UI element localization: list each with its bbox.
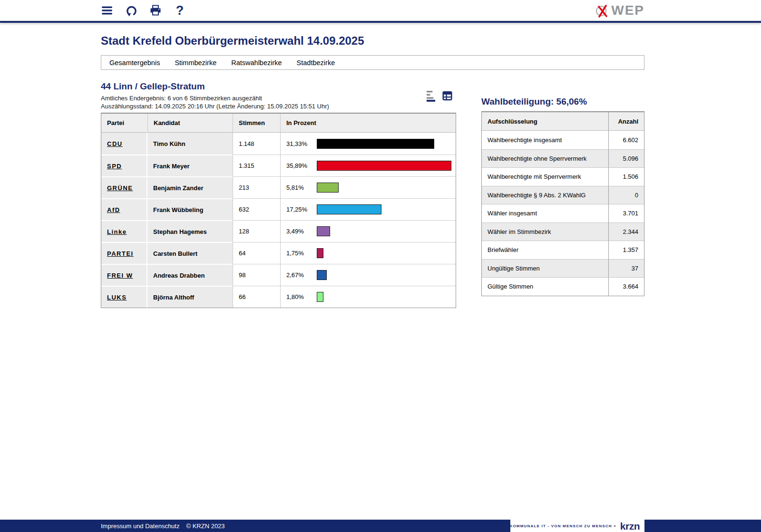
percent-bar xyxy=(317,270,327,280)
col-header-anzahl: Anzahl xyxy=(608,112,644,131)
candidate-name: Stephan Hagemes xyxy=(153,228,207,235)
percent-value: 31,33% xyxy=(286,140,317,147)
results-header-row: Partei Kandidat Stimmen In Prozent xyxy=(101,114,456,133)
footer: Impressum und Datenschutz © KRZN 2023 » … xyxy=(0,520,761,532)
results-panel: 44 Linn / Gellep-Stratum Amtliches Ender… xyxy=(101,70,456,308)
percent-value: 3,49% xyxy=(286,228,317,235)
table-view-icon[interactable] xyxy=(442,90,452,101)
percent-value: 1,80% xyxy=(286,293,317,300)
candidate-name: Björna Althoff xyxy=(153,294,194,301)
turnout-table: Aufschlüsselung Anzahl Wahlberechtigte i… xyxy=(481,111,644,296)
percent-value: 35,89% xyxy=(286,162,317,169)
party-link[interactable]: CDU xyxy=(107,140,123,147)
view-toggles xyxy=(425,90,452,101)
votes-value: 1.315 xyxy=(233,155,280,176)
turnout-row: Ungültige Stimmen37 xyxy=(482,259,644,278)
party-link[interactable]: FREI W xyxy=(107,272,133,279)
percent-bar xyxy=(317,204,381,214)
turnout-row: Briefwähler1.357 xyxy=(482,241,644,259)
result-row-AfD: AfDFrank Wübbeling63217,25% xyxy=(101,198,456,220)
tab-stimmbezirke[interactable]: Stimmbezirke xyxy=(175,59,216,67)
turnout-row: Wahlberechtigte § 9 Abs. 2 KWahlG0 xyxy=(482,186,644,204)
candidate-name: Benjamin Zander xyxy=(153,184,203,192)
turnout-label: Briefwähler xyxy=(482,241,608,259)
tab-bar: GesamtergebnisStimmbezirkeRatswahlbezirk… xyxy=(101,55,644,70)
result-row-Linke: LinkeStephan Hagemes1283,49% xyxy=(101,220,456,242)
tab-gesamtergebnis[interactable]: Gesamtergebnis xyxy=(109,59,160,67)
turnout-row: Wähler insgesamt3.701 xyxy=(482,204,644,222)
percent-value: 5,81% xyxy=(286,184,317,191)
print-icon[interactable] xyxy=(149,4,162,17)
turnout-value: 5.096 xyxy=(608,149,644,168)
reload-icon[interactable] xyxy=(125,4,137,17)
result-row-GRÜNE: GRÜNEBenjamin Zander2135,81% xyxy=(101,176,456,198)
turnout-row: Wahlberechtigte insgesamt6.602 xyxy=(482,131,644,149)
turnout-heading: Wahlbeteiligung: 56,06% xyxy=(481,97,644,107)
turnout-label: Wahlberechtigte mit Sperrvermerk xyxy=(482,167,608,186)
col-header-prozent: In Prozent xyxy=(280,114,456,133)
percent-bar xyxy=(317,248,323,258)
result-row-FREI W: FREI WAndreas Drabben982,67% xyxy=(101,264,456,286)
percent-bar xyxy=(317,292,323,302)
turnout-row: Wahlberechtigte ohne Sperrvermerk5.096 xyxy=(482,149,644,168)
tab-ratswahlbezirke[interactable]: Ratswahlbezirke xyxy=(231,59,282,67)
candidate-name: Carsten Bullert xyxy=(153,250,197,257)
result-row-CDU: CDUTimo Kühn1.14831,33% xyxy=(101,133,456,155)
result-row-LUKS: LUKSBjörna Althoff661,80% xyxy=(101,286,456,308)
turnout-value: 37 xyxy=(608,259,644,278)
turnout-label: Wahlberechtigte insgesamt xyxy=(482,131,608,149)
party-link[interactable]: Linke xyxy=(107,228,127,235)
chart-view-icon[interactable] xyxy=(425,90,436,101)
impressum-link[interactable]: Impressum und Datenschutz xyxy=(101,522,179,530)
turnout-row: Gültige Stimmen3.664 xyxy=(482,277,644,296)
page-title: Stadt Krefeld Oberbürgermeisterwahl 14.0… xyxy=(101,34,644,48)
result-row-SPD: SPDFrank Meyer1.31535,89% xyxy=(101,155,456,176)
percent-value: 17,25% xyxy=(286,206,317,213)
district-heading: 44 Linn / Gellep-Stratum xyxy=(101,81,456,92)
percent-bar xyxy=(317,161,451,171)
votes-value: 632 xyxy=(233,198,280,220)
percent-value: 2,67% xyxy=(286,271,317,279)
party-link[interactable]: PARTEI xyxy=(107,250,134,257)
help-glyph: ? xyxy=(176,4,184,17)
wep-logo-text: WEP xyxy=(611,3,644,18)
candidate-name: Frank Meyer xyxy=(153,163,190,170)
percent-bar xyxy=(317,183,339,193)
top-toolbar: ? WEP xyxy=(0,0,761,21)
col-header-partei: Partei xyxy=(101,114,147,133)
col-header-kandidat: Kandidat xyxy=(147,114,233,133)
result-row-PARTEI: PARTEICarsten Bullert641,75% xyxy=(101,242,456,264)
turnout-row: Wahlberechtigte mit Sperrvermerk1.506 xyxy=(482,167,644,186)
turnout-value: 2.344 xyxy=(608,222,644,241)
col-header-stimmen: Stimmen xyxy=(233,114,280,133)
percent-value: 1,75% xyxy=(286,250,317,257)
turnout-value: 6.602 xyxy=(608,131,644,149)
votes-value: 213 xyxy=(233,176,280,198)
party-link[interactable]: GRÜNE xyxy=(107,184,133,192)
votes-value: 128 xyxy=(233,220,280,242)
help-icon[interactable]: ? xyxy=(174,4,186,17)
candidate-name: Andreas Drabben xyxy=(153,272,205,279)
votes-value: 64 xyxy=(233,242,280,264)
party-link[interactable]: AfD xyxy=(107,206,120,213)
turnout-panel: Wahlbeteiligung: 56,06% Aufschlüsselung … xyxy=(481,70,644,308)
votes-value: 66 xyxy=(233,286,280,308)
party-link[interactable]: SPD xyxy=(107,163,122,170)
turnout-row: Wähler im Stimmbezirk2.344 xyxy=(482,222,644,241)
percent-bar xyxy=(317,226,330,236)
results-table: Partei Kandidat Stimmen In Prozent CDUTi… xyxy=(101,113,456,308)
candidate-name: Timo Kühn xyxy=(153,140,185,147)
party-link[interactable]: LUKS xyxy=(107,294,127,301)
krzn-logo: krzn xyxy=(620,521,640,531)
header-divider xyxy=(0,21,761,23)
turnout-value: 0 xyxy=(608,186,644,204)
turnout-value: 3.664 xyxy=(608,277,644,296)
votes-value: 98 xyxy=(233,264,280,286)
tab-stadtbezirke[interactable]: Stadtbezirke xyxy=(297,59,335,67)
status-line-2: Auszählungsstand: 14.09.2025 20:16 Uhr (… xyxy=(101,102,456,110)
percent-bar xyxy=(317,139,434,149)
ballot-cross-icon xyxy=(595,3,610,18)
krzn-brand-box: » KOMMUNALE IT - VON MENSCH ZU MENSCH « … xyxy=(510,520,644,532)
turnout-value: 3.701 xyxy=(608,204,644,222)
menu-icon[interactable] xyxy=(101,4,113,17)
